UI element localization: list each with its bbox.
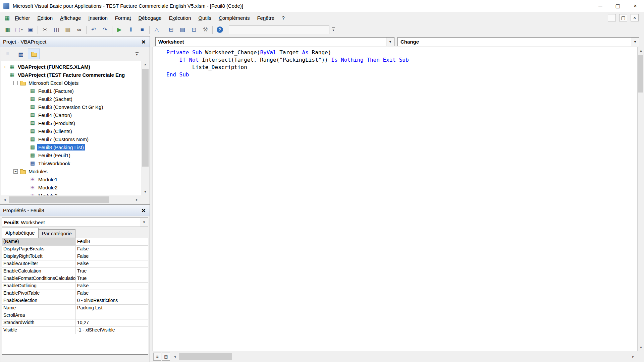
tree-item[interactable]: −Microsoft Excel Objets bbox=[1, 79, 141, 87]
menu-item-dbogage[interactable]: Débogage bbox=[135, 13, 165, 23]
redo-button[interactable]: ↷ bbox=[100, 25, 110, 35]
property-row[interactable]: EnableOutliningFalse bbox=[2, 283, 148, 290]
property-row[interactable]: Visible-1 - xlSheetVisible bbox=[2, 327, 148, 334]
toolbox-button[interactable]: ⚒ bbox=[200, 25, 211, 35]
scrollbar-thumb[interactable] bbox=[179, 353, 232, 360]
property-row[interactable]: StandardWidth10,27 bbox=[2, 319, 148, 327]
property-value[interactable]: False bbox=[76, 260, 148, 267]
mdi-minimize-icon[interactable]: ─ bbox=[608, 14, 616, 21]
scroll-up-icon[interactable]: ▲ bbox=[141, 61, 149, 68]
menu-item-fichier[interactable]: Fichier bbox=[11, 13, 34, 23]
tree-item[interactable]: −VBAProject (TEST Facture Commerciale En… bbox=[1, 71, 141, 79]
property-row[interactable]: (Name)Feuil8 bbox=[2, 238, 148, 246]
tree-item[interactable]: −Modules bbox=[1, 167, 141, 175]
view-object-button[interactable]: ▦ bbox=[15, 49, 27, 59]
tree-item[interactable]: Module2 bbox=[1, 183, 141, 191]
property-row[interactable]: NamePacking List bbox=[2, 305, 148, 312]
menu-item-outils[interactable]: Outils bbox=[195, 13, 215, 23]
procedure-view-button[interactable]: ≡ bbox=[153, 353, 161, 361]
scroll-up-icon[interactable]: ▲ bbox=[638, 47, 644, 54]
dropdown-arrow-icon[interactable]: ▼ bbox=[631, 38, 639, 46]
undo-button[interactable]: ↶ bbox=[88, 25, 99, 35]
project-panel-header[interactable]: Projet - VBAProject × bbox=[0, 37, 150, 47]
properties-panel-header[interactable]: Propriétés - Feuil8 × bbox=[0, 205, 150, 216]
reset-button[interactable]: ■ bbox=[137, 25, 148, 35]
menu-item-format[interactable]: Format bbox=[111, 13, 135, 23]
tree-item[interactable]: Feuil3 (Conversion Ct Gr Kg) bbox=[1, 103, 141, 111]
scrollbar-thumb[interactable] bbox=[638, 55, 643, 93]
view-code-button[interactable]: ≡ bbox=[2, 49, 14, 59]
collapse-icon[interactable]: − bbox=[3, 73, 7, 77]
menu-item-fentre[interactable]: Fenêtre bbox=[253, 13, 278, 23]
mdi-restore-icon[interactable]: ▢ bbox=[619, 14, 627, 21]
property-value[interactable]: 10,27 bbox=[76, 319, 148, 326]
property-row[interactable]: EnableAutoFilterFalse bbox=[2, 260, 148, 268]
scrollbar-thumb[interactable] bbox=[142, 69, 149, 167]
properties-panel-close-button[interactable]: × bbox=[140, 207, 147, 214]
tree-item[interactable]: Feuil4 (Carton) bbox=[1, 111, 141, 119]
run-button[interactable]: ▶ bbox=[114, 25, 125, 35]
scroll-left-icon[interactable]: ◄ bbox=[171, 353, 179, 361]
property-value[interactable]: Packing List bbox=[76, 305, 148, 312]
property-value[interactable]: False bbox=[76, 283, 148, 290]
toolbar-options-button[interactable]: ▼ bbox=[329, 25, 337, 34]
project-tree-vertical-scrollbar[interactable]: ▲ ▼ bbox=[141, 61, 149, 195]
minimize-icon[interactable]: ─ bbox=[592, 0, 609, 12]
tree-item[interactable]: +VBAProject (FUNCRES.XLAM) bbox=[1, 63, 141, 71]
menu-item-affichage[interactable]: Affichage bbox=[56, 13, 85, 23]
object-browser-button[interactable]: ⊡ bbox=[189, 25, 199, 35]
copy-button[interactable]: ◫ bbox=[51, 25, 62, 35]
toggle-folders-button[interactable] bbox=[28, 49, 40, 59]
collapse-icon[interactable]: − bbox=[13, 81, 18, 85]
mdi-close-icon[interactable]: × bbox=[631, 14, 639, 21]
full-module-view-button[interactable]: ▤ bbox=[162, 353, 170, 361]
scroll-right-icon[interactable]: ► bbox=[629, 353, 637, 361]
insert-userform-button[interactable]: ▢▼ bbox=[14, 25, 24, 35]
menu-item-edition[interactable]: Edition bbox=[34, 13, 56, 23]
paste-button[interactable]: ▤ bbox=[62, 25, 73, 35]
properties-window-button[interactable]: ▤ bbox=[177, 25, 188, 35]
tree-item[interactable]: Module3 bbox=[1, 191, 141, 195]
menu-item-excution[interactable]: Exécution bbox=[165, 13, 195, 23]
property-value[interactable]: False bbox=[76, 253, 148, 260]
code-editor[interactable]: Private Sub Worksheet_Change(ByVal Targe… bbox=[153, 47, 637, 351]
scroll-down-icon[interactable]: ▼ bbox=[141, 188, 149, 195]
tab-par-cat-gorie[interactable]: Par catégorie bbox=[38, 229, 75, 238]
save-button[interactable]: ▣ bbox=[25, 25, 36, 35]
code-horizontal-scrollbar[interactable]: ≡▤ ◄ ► bbox=[153, 351, 637, 362]
tab-alphab-tique[interactable]: Alphabétique bbox=[2, 228, 39, 238]
tree-item[interactable]: Feuil7 (Customs Nom) bbox=[1, 135, 141, 143]
find-button[interactable]: ∞ bbox=[74, 25, 85, 35]
tree-item[interactable]: ThisWorkbook bbox=[1, 159, 141, 167]
help-button[interactable]: ? bbox=[214, 25, 225, 35]
view-excel-button[interactable]: ▦ bbox=[2, 25, 13, 35]
tree-item[interactable]: Feuil6 (Clients) bbox=[1, 127, 141, 135]
dropdown-arrow-icon[interactable]: ▼ bbox=[386, 38, 394, 46]
scrollbar-track[interactable] bbox=[179, 353, 629, 361]
property-row[interactable]: EnableSelection0 - xlNoRestrictions bbox=[2, 297, 148, 305]
scroll-left-icon[interactable]: ◄ bbox=[1, 196, 9, 204]
dropdown-arrow-icon[interactable]: ▼ bbox=[140, 218, 148, 227]
property-value[interactable]: 0 - xlNoRestrictions bbox=[76, 297, 148, 304]
property-value[interactable]: False bbox=[76, 246, 148, 253]
tree-item[interactable]: Feuil5 (Produits) bbox=[1, 119, 141, 127]
property-value[interactable]: True bbox=[76, 268, 148, 275]
cut-button[interactable]: ✂ bbox=[40, 25, 50, 35]
scroll-right-icon[interactable]: ► bbox=[133, 196, 141, 204]
property-row[interactable]: EnablePivotTableFalse bbox=[2, 290, 148, 297]
menu-item-insertion[interactable]: Insertion bbox=[85, 13, 111, 23]
scroll-down-icon[interactable]: ▼ bbox=[638, 344, 644, 351]
menu-item-complments[interactable]: Compléments bbox=[215, 13, 254, 23]
property-row[interactable]: EnableFormatConditionsCalculationTrue bbox=[2, 275, 148, 283]
project-toolbar-options-button[interactable]: ▼ bbox=[134, 49, 140, 59]
design-mode-button[interactable]: △ bbox=[151, 25, 162, 35]
property-value[interactable] bbox=[76, 312, 148, 319]
object-selector-dropdown[interactable]: Feuil8 Worksheet ▼ bbox=[2, 218, 148, 227]
expand-icon[interactable]: + bbox=[3, 65, 7, 69]
close-icon[interactable]: × bbox=[627, 0, 644, 12]
property-value[interactable]: Feuil8 bbox=[76, 238, 148, 245]
menu-item-[interactable]: ? bbox=[278, 13, 288, 23]
project-explorer-button[interactable]: ⊟ bbox=[166, 25, 176, 35]
property-value[interactable]: False bbox=[76, 290, 148, 297]
procedure-dropdown[interactable]: Change ▼ bbox=[397, 37, 639, 46]
